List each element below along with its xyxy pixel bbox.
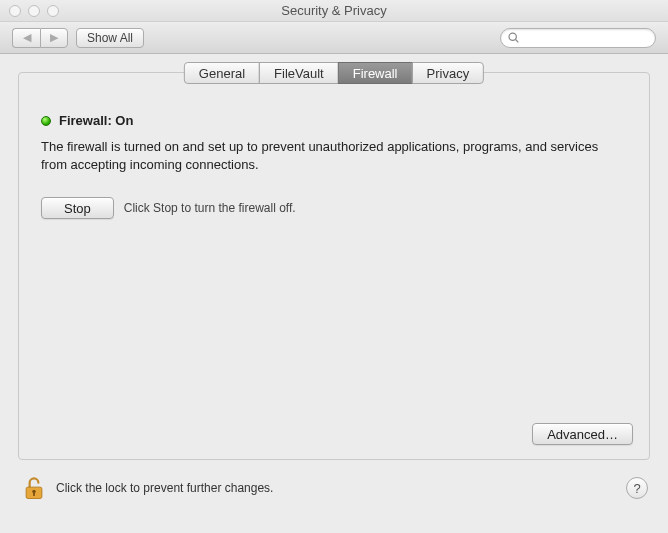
search-wrap <box>500 28 656 48</box>
svg-point-0 <box>509 33 516 40</box>
lock-open-icon <box>20 474 48 502</box>
zoom-dot[interactable] <box>47 5 59 17</box>
status-indicator-icon <box>41 116 51 126</box>
lock-wrap[interactable]: Click the lock to prevent further change… <box>20 474 273 502</box>
search-input[interactable] <box>500 28 656 48</box>
stop-row: Stop Click Stop to turn the firewall off… <box>41 197 627 219</box>
close-dot[interactable] <box>9 5 21 17</box>
toolbar: ◀ ▶ Show All <box>0 22 668 54</box>
minimize-dot[interactable] <box>28 5 40 17</box>
nav-group: ◀ ▶ <box>12 28 68 48</box>
status-description: The firewall is turned on and set up to … <box>41 138 601 173</box>
help-icon: ? <box>633 481 640 496</box>
lock-text: Click the lock to prevent further change… <box>56 481 273 495</box>
panel-body: Firewall: On The firewall is turned on a… <box>19 97 649 235</box>
status-label: Firewall: On <box>59 113 133 128</box>
chevron-right-icon: ▶ <box>50 32 58 43</box>
status-row: Firewall: On <box>41 113 627 128</box>
advanced-button[interactable]: Advanced… <box>532 423 633 445</box>
forward-button[interactable]: ▶ <box>40 28 68 48</box>
main-panel: General FileVault Firewall Privacy Firew… <box>18 72 650 460</box>
chevron-left-icon: ◀ <box>23 32 31 43</box>
help-button[interactable]: ? <box>626 477 648 499</box>
stop-button[interactable]: Stop <box>41 197 114 219</box>
window-title: Security & Privacy <box>0 3 668 18</box>
back-button[interactable]: ◀ <box>12 28 40 48</box>
tab-general[interactable]: General <box>184 62 260 84</box>
svg-rect-4 <box>33 492 35 496</box>
show-all-button[interactable]: Show All <box>76 28 144 48</box>
stop-hint: Click Stop to turn the firewall off. <box>124 201 296 215</box>
svg-line-1 <box>516 39 519 42</box>
search-icon <box>507 31 520 44</box>
titlebar: Security & Privacy <box>0 0 668 22</box>
tab-privacy[interactable]: Privacy <box>412 62 485 84</box>
tabbar: General FileVault Firewall Privacy <box>184 62 484 84</box>
tab-filevault[interactable]: FileVault <box>259 62 339 84</box>
footer: Click the lock to prevent further change… <box>0 468 668 514</box>
window-controls <box>0 5 59 17</box>
tab-firewall[interactable]: Firewall <box>338 62 413 84</box>
